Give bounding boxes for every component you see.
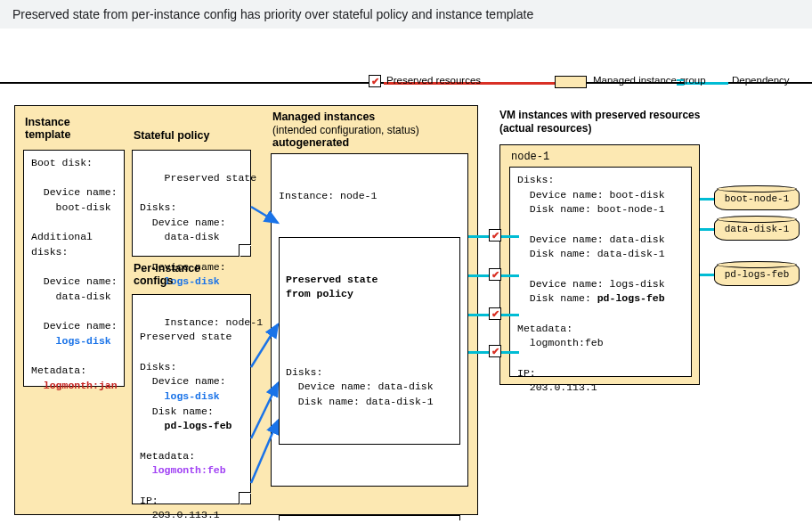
- pic-text: Instance: node-1 Preserved state Disks: …: [140, 316, 263, 520]
- panel-instance-template: Boot disk: Device name: boot-disk Additi…: [23, 150, 125, 387]
- legend-mig: Managed instance group: [593, 75, 706, 86]
- disk-logs: pd-logs-feb: [714, 263, 800, 286]
- vm-area-title: VM instances with preserved resources: [499, 109, 700, 121]
- heading-managed-instances: Managed instances: [272, 111, 375, 123]
- connector: [468, 274, 490, 277]
- from-policy-body: Disks: Device name: data-disk Disk name:…: [286, 365, 453, 410]
- connector: [501, 274, 519, 277]
- connector: [501, 351, 519, 354]
- managed-instance-line: Instance: node-1: [279, 189, 460, 204]
- page-banner: Preserved state from per-instance config…: [0, 0, 812, 29]
- connector: [468, 235, 490, 238]
- box-preserved-from-policy: Preserved state from policy Disks: Devic…: [279, 237, 460, 445]
- heading-per-instance-configs: Per-instance configs: [134, 262, 200, 287]
- box-preserved-from-config: Preserved state from config Disks: Devic…: [279, 515, 460, 520]
- connector: [468, 351, 490, 354]
- panel-stateful-policy: Preserved state Disks: Device name: data…: [132, 150, 251, 257]
- connector: [501, 235, 519, 238]
- vm-area-subtitle: (actual resources): [499, 122, 591, 135]
- node-details: Disks: Device name: boot-disk Disk name:…: [509, 167, 692, 377]
- legend-dependency: Dependency: [732, 75, 790, 86]
- checkmark-icon: ✔: [489, 229, 501, 242]
- page-fold-icon: [239, 492, 251, 504]
- disk-data: data-disk-1: [714, 217, 800, 241]
- checkmark-icon: ✔: [369, 75, 381, 87]
- connector: [700, 198, 714, 201]
- heading-managed-auto: autogenerated: [272, 136, 349, 149]
- node-container: node-1 Disks: Device name: boot-disk Dis…: [499, 144, 700, 385]
- connector: [468, 314, 490, 316]
- connector: [501, 314, 519, 316]
- dependency-icon: [677, 79, 684, 86]
- heading-managed-sub: (intended configuration, status): [272, 124, 419, 136]
- checkmark-icon: ✔: [489, 307, 501, 320]
- node-title: node-1: [511, 151, 549, 163]
- heading-instance-template: Instance template: [25, 116, 70, 141]
- page-fold-icon: [239, 244, 251, 257]
- checkmark-icon: ✔: [489, 345, 501, 357]
- panel-managed-instance: Instance: node-1 Preserved state from po…: [271, 153, 468, 487]
- connector: [700, 228, 714, 231]
- from-policy-head: Preserved state from policy: [286, 273, 453, 302]
- checkmark-icon: ✔: [489, 268, 501, 281]
- panel-per-instance-config: Instance: node-1 Preserved state Disks: …: [132, 294, 251, 504]
- heading-stateful-policy: Stateful policy: [134, 129, 209, 142]
- connector: [700, 274, 714, 276]
- diagram-canvas: ✔ Preserved resources Managed instance g…: [0, 29, 812, 520]
- legend-mig-swatch: [555, 76, 587, 88]
- disk-boot: boot-node-1: [714, 187, 800, 210]
- legend-preserved: Preserved resources: [386, 75, 481, 86]
